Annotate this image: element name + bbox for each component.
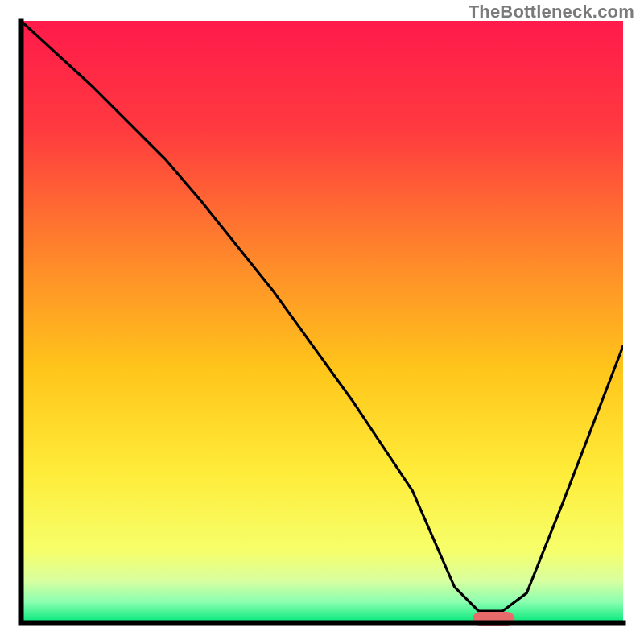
plot-background [21,21,623,623]
watermark-text: TheBottleneck.com [469,2,634,23]
chart-svg [0,0,644,644]
bottleneck-chart: TheBottleneck.com [0,0,644,644]
